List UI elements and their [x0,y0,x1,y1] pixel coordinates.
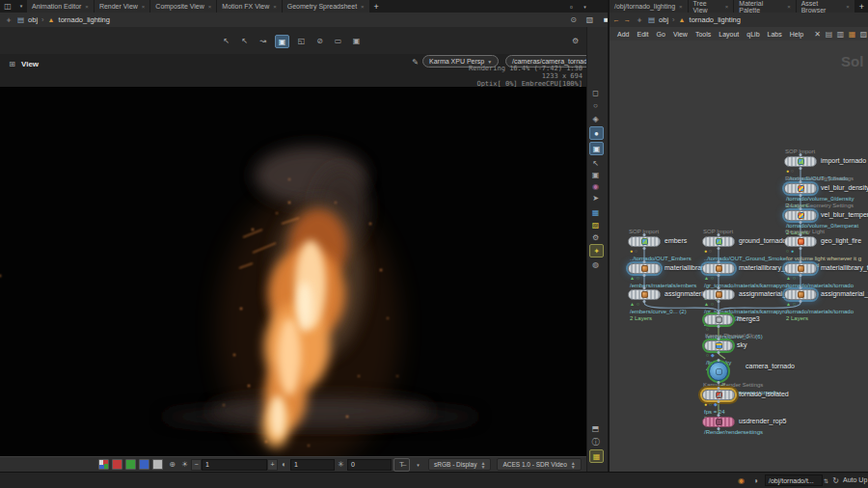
node-body-materiallibrary_embers[interactable] [628,263,661,274]
thumbnail-grid-icon[interactable]: ▦ [848,28,856,40]
view-label[interactable]: View [21,60,39,68]
tab-close-icon[interactable]: × [85,4,89,10]
no-preview-icon[interactable]: ⊘ [313,35,326,46]
tab-close-icon[interactable]: × [787,4,791,10]
new-tab-button[interactable]: + [370,0,383,13]
menu-go[interactable]: Go [657,31,665,38]
nav-back-icon[interactable]: ← [612,15,620,24]
tab--obj-tornado-lighting[interactable]: /obj/tornado_lighting× [610,0,688,13]
rgba-channel-icon[interactable] [98,459,109,470]
pin-icon[interactable]: ＋ [635,14,644,26]
node-body-sky[interactable] [704,340,733,351]
render-flag-icon[interactable]: ◉ [735,474,747,486]
zoom-region-icon[interactable]: ◱ [295,35,308,46]
select-curve-icon[interactable]: ↝ [257,35,269,46]
node-name-label[interactable]: ground_tornado [739,237,786,244]
snapshot-camera-icon[interactable]: ▣ [589,142,604,155]
node-body-vel_blur_temperature[interactable] [784,210,817,221]
preview-right-icon[interactable]: ▣ [350,35,363,46]
gamma-value-field[interactable]: 1 [202,459,267,471]
node-body-materiallibrary_ground[interactable] [702,263,735,274]
detail-grid-icon[interactable]: ▨ [859,28,868,40]
diamond-icon[interactable]: ◈ [589,113,602,124]
gamma-plus-button[interactable]: + [267,459,278,471]
view-transform-select[interactable]: ACES 1.0 - SDR Video▲▼ [497,458,581,471]
tab-close-icon[interactable]: × [846,4,850,10]
update-mode-select[interactable]: Auto Up [843,476,867,483]
breadcrumb-current[interactable]: tornado_lighting [59,15,110,24]
pointer-icon[interactable]: ➤ [589,192,602,203]
tab-close-icon[interactable]: × [208,4,212,10]
node-body-tornado_isolated[interactable] [702,390,735,400]
tools-wrench-icon[interactable]: ✕ [813,28,822,40]
node-name-label[interactable]: geo_light_fire [821,237,861,244]
alpha-channel-icon[interactable] [152,459,163,470]
breadcrumb-root[interactable]: obj [28,15,38,24]
menu-qlib[interactable]: qLib [746,31,759,38]
pane-options-caret-icon[interactable]: ▾ [579,1,591,13]
node-body-merge3[interactable] [704,314,733,325]
offset-value-field[interactable]: 0 [347,459,392,471]
node-name-label[interactable]: vel_blur_density [821,184,868,191]
green-channel-icon[interactable] [125,459,136,470]
lamp-icon[interactable]: ○ [589,99,602,111]
lock-icon[interactable]: ◻ [589,87,602,98]
node-body-import_tornado[interactable] [784,156,817,167]
breadcrumb-current[interactable]: tornado_lighting [690,15,741,24]
lightbulb-icon[interactable]: ● [589,126,604,140]
node-body-materiallibrary_fire_tornado[interactable] [784,263,817,274]
node-body-geo_light_fire[interactable] [784,236,817,247]
node-name-label[interactable]: assignmaterial_fire_torna [821,290,868,297]
node-name-label[interactable]: embers [665,237,687,244]
info-icon[interactable]: ⓘ [589,436,602,447]
tab-tree-view[interactable]: Tree View× [689,0,734,13]
export-image-icon[interactable]: ⬒ [589,422,602,434]
network-editor[interactable]: Sol SOP Importembers●○../tornado/OUT_Emb… [610,41,868,472]
cursor-icon[interactable]: ↖ [589,157,602,169]
new-tab-button[interactable]: + [855,0,868,13]
gear-dark-icon[interactable]: ⚙ [589,231,602,243]
node-body-assignmaterial_ground[interactable] [702,289,735,300]
tab-material-palette[interactable]: Material Palette× [734,0,795,13]
blue-channel-icon[interactable] [139,459,149,470]
tab-close-icon[interactable]: × [725,4,729,10]
tab-geometry-spreadsheet[interactable]: Geometry Spreadsheet× [283,0,369,13]
menu-edit[interactable]: Edit [637,31,648,38]
red-channel-icon[interactable] [112,459,122,470]
maximize-pane-icon[interactable]: ▫ [565,1,578,13]
menu-tools[interactable]: Tools [695,31,711,38]
status-path-field[interactable]: /obj/tornado/t... [765,474,823,486]
node-body-ground_tornado[interactable] [702,236,735,247]
node-body-usdrender_rop5[interactable] [702,417,735,427]
render-pencil-icon[interactable]: ✎ [409,56,421,68]
select-geometry-icon[interactable]: ↖ [238,35,251,46]
tab-close-icon[interactable]: × [142,4,146,10]
node-name-label[interactable]: import_tornado [821,157,866,164]
refresh-icon[interactable]: ↻ [829,474,842,486]
brightness-icon[interactable]: ☀ [178,459,191,471]
grid-toggle-icon[interactable]: ▦ [589,449,604,463]
node-name-label[interactable]: tornado_isolated [739,391,789,397]
pane-menu-caret-icon[interactable]: ▾ [16,0,26,12]
nav-forward-icon[interactable]: → [624,15,632,24]
menu-layout[interactable]: Layout [719,31,739,38]
breadcrumb-root[interactable]: obj [659,15,668,24]
node-body-embers[interactable] [628,236,661,247]
lut-toggle-icon[interactable]: T̶ [393,458,410,472]
swirl-icon[interactable]: ◉ [589,180,602,192]
inspect-pixel-icon[interactable]: ⊕ [166,459,178,471]
gamma-minus-button[interactable]: − [191,459,202,471]
node-body-assignmaterial_embers[interactable] [628,289,661,300]
message-bubble-icon[interactable]: ◗ [750,474,763,486]
image-icon[interactable]: ▦ [589,206,602,218]
contrast-icon[interactable]: ◐ [278,459,290,471]
flag-icon[interactable]: ▨ [589,219,602,230]
view-thumbnail-icon[interactable]: ▣ [275,35,289,48]
tab-motion-fx-view[interactable]: Motion FX View× [217,0,281,13]
node-tree-icon[interactable]: ▤ [825,28,833,40]
lut-caret-icon[interactable]: ▾ [412,459,424,471]
frame-icon[interactable]: ▣ [589,169,602,180]
preview-left-icon[interactable]: ▭ [332,35,344,46]
node-body-assignmaterial_fire_tornado[interactable] [784,289,817,300]
contrast-value-field[interactable]: 1 [290,459,335,471]
